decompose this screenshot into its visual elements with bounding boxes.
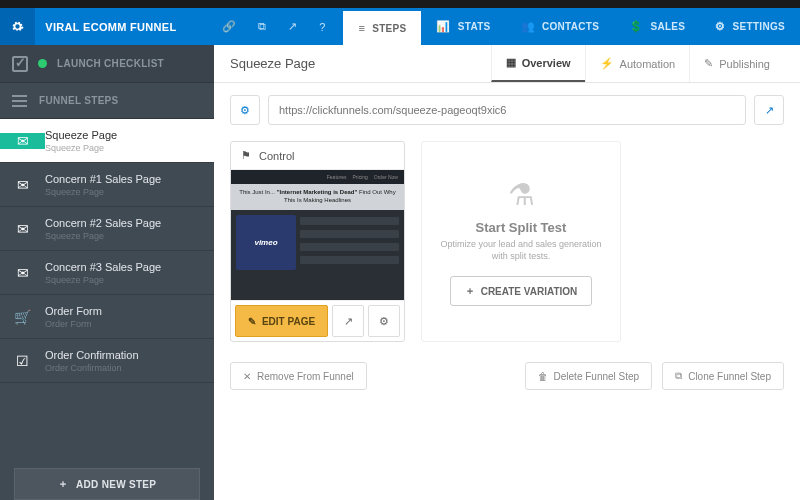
flag-icon: ⚑ bbox=[241, 149, 251, 162]
step-icon: 🛒 bbox=[0, 309, 45, 325]
flask-icon: ⚗ bbox=[508, 177, 535, 212]
gear-icon: ⚙ bbox=[715, 20, 725, 33]
funnel-steps-header: FUNNEL STEPS bbox=[0, 83, 214, 119]
app-header: VIRAL ECOMM FUNNEL 🔗 ⧉ ↗ ? ≡STEPS 📊STATS… bbox=[0, 8, 800, 45]
plus-icon: ＋ bbox=[58, 477, 68, 491]
subtab-overview[interactable]: ▦Overview bbox=[491, 45, 585, 82]
x-icon: ✕ bbox=[243, 371, 251, 382]
control-variant-card: ⚑ Control FeaturesPricingOrder Now This … bbox=[230, 141, 405, 342]
checklist-icon bbox=[12, 56, 28, 72]
open-url-button[interactable]: ↗ bbox=[754, 95, 784, 125]
copy-icon[interactable]: ⧉ bbox=[258, 20, 266, 33]
status-dot bbox=[38, 59, 47, 68]
page-url-input[interactable] bbox=[268, 95, 746, 125]
funnel-step-3[interactable]: ✉Concern #3 Sales PageSqueeze Page bbox=[0, 251, 214, 295]
remove-from-funnel-button[interactable]: ✕Remove From Funnel bbox=[230, 362, 367, 390]
split-test-title: Start Split Test bbox=[476, 220, 567, 235]
funnel-step-4[interactable]: 🛒Order FormOrder Form bbox=[0, 295, 214, 339]
page-settings-button[interactable]: ⚙ bbox=[368, 305, 400, 337]
add-new-step-button[interactable]: ＋ ADD NEW STEP bbox=[14, 468, 200, 500]
step-icon: ✉ bbox=[0, 177, 45, 193]
tab-sales[interactable]: 💲SALES bbox=[614, 8, 700, 45]
plus-icon: ＋ bbox=[465, 284, 475, 298]
menu-icon bbox=[12, 95, 27, 107]
page-title: Squeeze Page bbox=[230, 56, 315, 71]
list-icon: ≡ bbox=[358, 22, 365, 34]
url-settings-button[interactable]: ⚙ bbox=[230, 95, 260, 125]
external-icon[interactable]: ↗ bbox=[288, 20, 297, 33]
subtab-publishing[interactable]: ✎Publishing bbox=[689, 45, 784, 82]
settings-gear[interactable] bbox=[0, 8, 35, 45]
tab-stats[interactable]: 📊STATS bbox=[421, 8, 505, 45]
split-test-desc: Optimize your lead and sales generation … bbox=[440, 239, 602, 262]
launch-checklist[interactable]: LAUNCH CHECKLIST bbox=[0, 45, 214, 83]
step-icon: ☑ bbox=[0, 353, 45, 369]
tab-contacts[interactable]: 👥CONTACTS bbox=[506, 8, 615, 45]
clone-step-button[interactable]: ⧉Clone Funnel Step bbox=[662, 362, 784, 390]
automation-icon: ⚡ bbox=[600, 57, 614, 70]
create-variation-button[interactable]: ＋CREATE VARIATION bbox=[450, 276, 593, 306]
publishing-icon: ✎ bbox=[704, 57, 713, 70]
split-test-card: ⚗ Start Split Test Optimize your lead an… bbox=[421, 141, 621, 342]
preview-button[interactable]: ↗ bbox=[332, 305, 364, 337]
edit-page-button[interactable]: ✎EDIT PAGE bbox=[235, 305, 328, 337]
step-icon: ✉ bbox=[0, 265, 45, 281]
copy-icon: ⧉ bbox=[675, 370, 682, 382]
money-icon: 💲 bbox=[629, 20, 643, 33]
step-icon: ✉ bbox=[0, 221, 45, 237]
overview-icon: ▦ bbox=[506, 56, 516, 69]
tab-settings[interactable]: ⚙SETTINGS bbox=[700, 8, 800, 45]
funnel-step-1[interactable]: ✉Concern #1 Sales PageSqueeze Page bbox=[0, 163, 214, 207]
funnel-step-0[interactable]: ✉Squeeze PageSqueeze Page bbox=[0, 119, 214, 163]
page-thumbnail[interactable]: FeaturesPricingOrder Now This Just In...… bbox=[231, 170, 404, 300]
tab-steps[interactable]: ≡STEPS bbox=[343, 8, 421, 45]
funnel-step-5[interactable]: ☑Order ConfirmationOrder Confirmation bbox=[0, 339, 214, 383]
funnel-title: VIRAL ECOMM FUNNEL bbox=[35, 8, 204, 45]
variant-label: Control bbox=[259, 150, 294, 162]
main-panel: Squeeze Page ▦Overview⚡Automation✎Publis… bbox=[214, 45, 800, 500]
link-icon[interactable]: 🔗 bbox=[222, 20, 236, 33]
chart-icon: 📊 bbox=[436, 20, 450, 33]
users-icon: 👥 bbox=[521, 20, 535, 33]
trash-icon: 🗑 bbox=[538, 371, 548, 382]
help-icon[interactable]: ? bbox=[319, 21, 325, 33]
sidebar: LAUNCH CHECKLIST FUNNEL STEPS ✉Squeeze P… bbox=[0, 45, 214, 500]
funnel-step-2[interactable]: ✉Concern #2 Sales PageSqueeze Page bbox=[0, 207, 214, 251]
pencil-icon: ✎ bbox=[248, 316, 256, 327]
step-icon: ✉ bbox=[0, 133, 45, 149]
subtab-automation[interactable]: ⚡Automation bbox=[585, 45, 690, 82]
delete-step-button[interactable]: 🗑Delete Funnel Step bbox=[525, 362, 653, 390]
